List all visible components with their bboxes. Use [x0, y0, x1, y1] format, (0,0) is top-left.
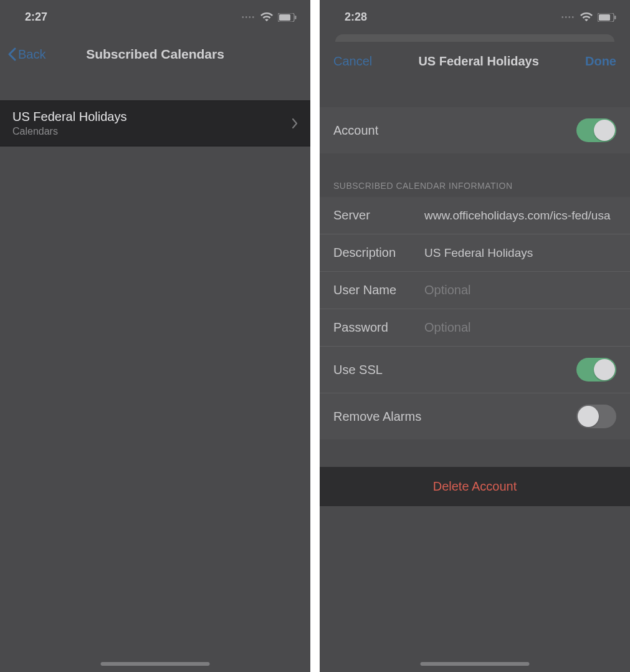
chevron-right-icon: [292, 118, 298, 129]
modal-header: Cancel US Federal Holidays Done: [320, 42, 630, 84]
section-header: SUBSCRIBED CALENDAR INFORMATION: [320, 181, 630, 197]
remove-alarms-row: Remove Alarms: [320, 393, 630, 439]
account-row: Account: [320, 107, 630, 153]
status-icons: ••••: [242, 12, 297, 22]
delete-account-button[interactable]: Delete Account: [320, 467, 630, 506]
username-row[interactable]: User Name Optional: [320, 271, 630, 309]
server-row[interactable]: Server www.officeholidays.com/ics-fed/us…: [320, 197, 630, 234]
account-label: Account: [333, 123, 378, 138]
use-ssl-label: Use SSL: [333, 363, 383, 377]
home-indicator[interactable]: [421, 662, 530, 666]
status-bar: 2:28 ••••: [320, 0, 630, 34]
cellular-icon: ••••: [561, 14, 575, 21]
status-time: 2:28: [345, 11, 367, 24]
list-item-subtitle: Calendars: [12, 126, 126, 137]
svg-rect-2: [295, 16, 297, 19]
list-item-title: US Federal Holidays: [12, 110, 126, 124]
calendar-list-item[interactable]: US Federal Holidays Calendars: [0, 100, 310, 146]
use-ssl-toggle[interactable]: [576, 358, 616, 382]
status-icons: ••••: [561, 12, 616, 22]
use-ssl-row: Use SSL: [320, 346, 630, 393]
password-row[interactable]: Password Optional: [320, 309, 630, 346]
page-title: Subscribed Calendars: [0, 47, 310, 62]
server-label: Server: [333, 208, 424, 223]
back-button[interactable]: Back: [7, 47, 45, 62]
account-toggle[interactable]: [576, 118, 616, 142]
status-bar: 2:27 ••••: [0, 0, 310, 34]
cancel-button[interactable]: Cancel: [333, 54, 372, 69]
username-label: User Name: [333, 283, 424, 297]
description-value: US Federal Holidays: [424, 246, 533, 260]
cellular-icon: ••••: [242, 14, 255, 21]
server-value: www.officeholidays.com/ics-fed/usa: [424, 209, 611, 223]
done-button[interactable]: Done: [585, 54, 616, 69]
nav-header: Back Subscribed Calendars: [0, 34, 310, 74]
sheet-backdrop: [335, 34, 614, 42]
remove-alarms-label: Remove Alarms: [333, 410, 421, 424]
svg-rect-1: [279, 14, 290, 21]
home-indicator[interactable]: [101, 662, 210, 666]
remove-alarms-toggle[interactable]: [576, 405, 616, 428]
wifi-icon: [580, 12, 593, 22]
password-placeholder: Optional: [424, 320, 471, 335]
battery-icon: [278, 13, 297, 22]
username-placeholder: Optional: [424, 283, 471, 297]
right-screen: 2:28 •••• Cancel US Federal Holidays Don…: [320, 0, 630, 672]
svg-rect-5: [614, 16, 616, 19]
status-time: 2:27: [25, 11, 47, 24]
battery-icon: [598, 13, 616, 22]
description-row[interactable]: Description US Federal Holidays: [320, 234, 630, 271]
svg-rect-4: [599, 14, 610, 21]
password-label: Password: [333, 320, 424, 335]
description-label: Description: [333, 246, 424, 260]
wifi-icon: [260, 12, 273, 22]
back-label: Back: [18, 47, 45, 62]
modal-title: US Federal Holidays: [418, 54, 538, 69]
chevron-left-icon: [7, 47, 17, 61]
left-screen: 2:27 •••• Back Subscribed Calendars US F…: [0, 0, 310, 672]
